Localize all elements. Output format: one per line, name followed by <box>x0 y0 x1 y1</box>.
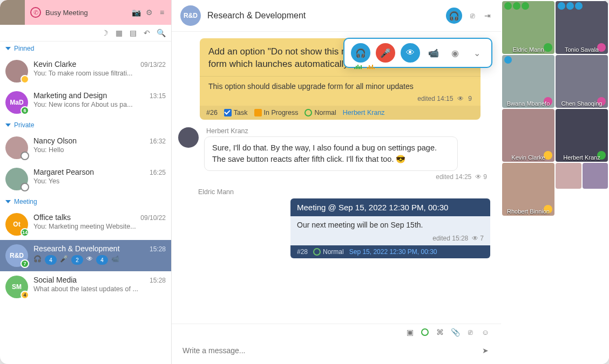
avatar <box>5 136 28 159</box>
headset-button[interactable]: 🎧 <box>446 8 462 24</box>
conversation-header: R&D Research & Development 🎧 ⎚ ⇥ <box>172 0 501 32</box>
meeting-link[interactable]: Sep 15, 2022 12:30 PM, 00:30 <box>349 248 437 256</box>
eye-icon: 👁 <box>457 95 464 102</box>
message-pane: Add an option "Do not show this message … <box>172 32 501 324</box>
message-bubble[interactable]: Sure, I'll do that. By the way, I also f… <box>204 136 458 171</box>
presence-offline-icon <box>21 152 29 160</box>
eye-icon: 👁 <box>472 235 478 242</box>
task-icon[interactable]: ▣ <box>405 327 415 337</box>
calendar-icon[interactable]: ▦ <box>114 28 124 38</box>
chat-item-social[interactable]: SM4 Social Media15:28 What about the lat… <box>0 271 171 303</box>
unread-badge: 4 <box>21 291 29 299</box>
sidebar-toggle-icon[interactable]: ⇥ <box>483 11 492 20</box>
meeting-body: Our next meeting will be on Sep 15th. <box>290 216 490 233</box>
avatar: R&D7 <box>5 244 28 267</box>
participant-tile[interactable]: Rhobert Binnion <box>502 163 554 216</box>
audio-level-icon <box>354 65 362 69</box>
chat-item-marketing[interactable]: MaD6 Marketing and Design13:15 You: New … <box>0 87 171 118</box>
moon-icon[interactable]: ☽ <box>100 28 110 38</box>
emoji-icon[interactable]: ☺ <box>481 327 490 337</box>
menu-icon[interactable]: ≡ <box>157 8 167 17</box>
code-icon[interactable]: ⌘ <box>435 327 445 337</box>
self-avatar[interactable] <box>0 0 25 25</box>
camera-icon[interactable]: 📷 <box>131 8 141 17</box>
chat-item-office[interactable]: Ot14 Office talks09/10/22 You: Marketing… <box>0 209 171 240</box>
unread-badge: 7 <box>21 259 29 268</box>
participant-tile[interactable]: Eldric Mann <box>502 1 554 54</box>
chat-item-nancy[interactable]: Nancy Olson16:32 You: Hello <box>0 132 171 163</box>
chevron-down-icon[interactable]: ⌄ <box>469 43 485 63</box>
task-assignee[interactable]: Herbert Kranz <box>343 109 385 116</box>
message-sender: Eldric Mann <box>180 187 288 197</box>
video-button[interactable]: 📹 <box>425 43 442 63</box>
presence-offline-icon <box>21 183 29 191</box>
mic-button[interactable]: 🎤 <box>376 43 395 63</box>
status-bar: ✆ Busy Meeting 📷 ⚙ ≡ <box>0 0 171 25</box>
task-type: Task <box>224 109 248 116</box>
message-sender: Herbert Kranz <box>206 127 490 135</box>
send-icon[interactable]: ➤ <box>481 346 490 355</box>
meeting-title: Meeting @ Sep 15, 2022 12:30 PM, 00:30 <box>290 198 490 216</box>
headset-button[interactable]: 🎧 <box>351 43 370 63</box>
participant-tile-small[interactable] <box>583 163 608 189</box>
conversation-avatar[interactable]: R&D <box>180 5 201 26</box>
chat-item-rd[interactable]: R&D7 Research & Development15:28 🎧4 🎤2 👁… <box>0 240 171 271</box>
undo-icon[interactable]: ↶ <box>142 28 152 38</box>
priority-ring-icon <box>421 328 429 336</box>
avatar: Ot14 <box>5 213 28 236</box>
avatar <box>5 168 28 190</box>
message-input[interactable] <box>182 346 481 355</box>
composer-toolbar: ▣ ⌘ 📎 ⎚ ☺ <box>172 324 501 340</box>
avatar: SM4 <box>5 276 28 298</box>
eye-icon: 👁 <box>475 173 482 181</box>
section-pinned[interactable]: Pinned <box>0 42 171 56</box>
composer: ➤ <box>172 340 501 364</box>
task-edited: edited 14:15 <box>417 95 453 102</box>
meeting-footer: #28 Normal Sep 15, 2022 12:30 PM, 00:30 <box>290 245 490 258</box>
eye-icon <box>575 2 583 10</box>
call-toolbar: 🎧 🎤 👁 📹 ◉ ⌄ <box>343 38 492 68</box>
status-pill[interactable]: ✆ Busy Meeting <box>25 7 93 18</box>
participant-tile[interactable]: Kevin Clarke <box>502 109 554 162</box>
record-button[interactable]: ◉ <box>447 43 463 63</box>
checklist-icon[interactable]: ▤ <box>128 28 138 38</box>
chat-list: Pinned Kevin Clarke09/13/22 You: To make… <box>0 42 171 364</box>
participant-tile[interactable]: Chen Shaoqing <box>556 55 608 108</box>
participant-tile-small[interactable] <box>556 163 581 189</box>
section-private[interactable]: Private <box>0 118 171 132</box>
attachment-icon[interactable]: 📎 <box>450 327 460 337</box>
screen-share-icon[interactable]: ⎚ <box>468 11 477 20</box>
participant-tile[interactable]: Bwana Mbanefo <box>502 55 554 108</box>
conversation-title: Research & Development <box>207 11 306 20</box>
chevron-down-icon <box>5 200 11 203</box>
gear-icon[interactable]: ⚙ <box>144 8 154 17</box>
mic-icon <box>566 2 574 10</box>
headset-icon <box>558 2 565 10</box>
mic-icon <box>513 2 520 10</box>
participants-grid: Eldric Mann Tonio Savala Bwana Mbanefo C… <box>501 0 609 364</box>
task-body: This option should disable upgrade form … <box>200 76 481 95</box>
priority-icon[interactable] <box>420 327 430 337</box>
task-footer: #26 Task In Progress Normal Herbert Kran… <box>200 106 481 120</box>
status-text: Busy Meeting <box>45 9 88 17</box>
priority-normal-icon <box>313 248 321 256</box>
search-icon[interactable]: 🔍 <box>156 28 166 38</box>
inprogress-icon <box>254 109 262 116</box>
chat-item-kevin[interactable]: Kevin Clarke09/13/22 You: To make room i… <box>0 56 171 87</box>
chevron-down-icon <box>5 123 11 127</box>
unread-badge: 6 <box>21 106 29 115</box>
unread-badge: 14 <box>21 228 29 237</box>
participant-tile[interactable]: Tonio Savala <box>556 1 608 54</box>
record-icon[interactable]: ⎚ <box>465 327 475 337</box>
sender-avatar[interactable] <box>178 127 199 148</box>
meeting-card[interactable]: Meeting @ Sep 15, 2022 12:30 PM, 00:30 O… <box>290 198 490 258</box>
message-block: Herbert Kranz Sure, I'll do that. By the… <box>178 127 490 181</box>
chat-item-margaret[interactable]: Margaret Pearson16:25 You: Yes <box>0 163 171 195</box>
participant-tile[interactable]: Herbert Kranz <box>556 109 608 162</box>
meeting-id: #28 <box>297 248 308 256</box>
watch-button[interactable]: 👁 <box>401 43 420 63</box>
avatar: MaD6 <box>5 91 28 114</box>
section-meeting[interactable]: Meeting <box>0 195 171 209</box>
priority-normal-icon <box>304 109 312 116</box>
presence-away-icon <box>21 75 29 84</box>
